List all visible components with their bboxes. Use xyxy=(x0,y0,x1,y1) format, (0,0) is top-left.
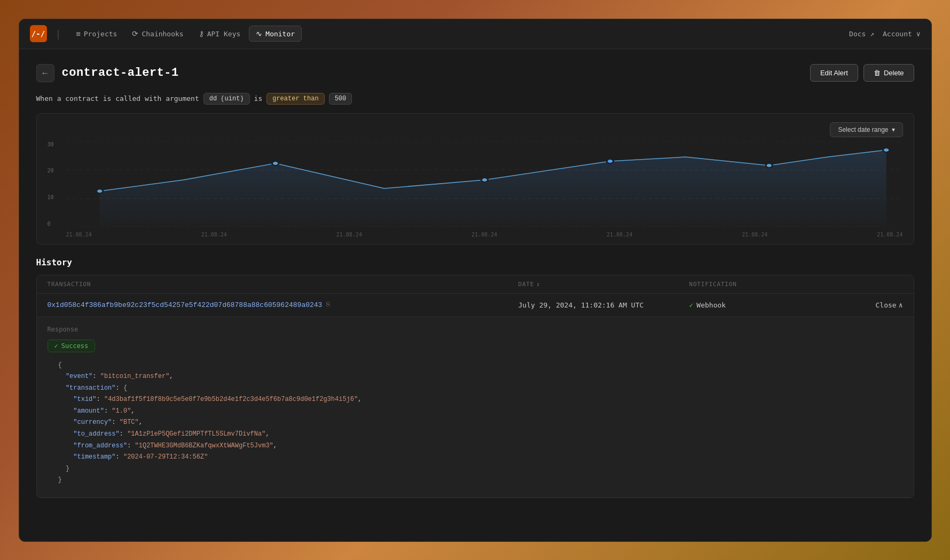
success-label: Success xyxy=(61,342,89,350)
y-label-30: 30 xyxy=(48,141,64,147)
app-window: /-/ | ≡ Projects ⟳ Chainhooks ⚷ API Keys… xyxy=(19,19,932,542)
account-menu[interactable]: Account ∨ xyxy=(883,30,920,38)
svg-point-7 xyxy=(607,159,614,163)
th-actions xyxy=(839,281,903,288)
nav-item-projects-label: Projects xyxy=(84,30,117,38)
nav-items: ≡ Projects ⟳ Chainhooks ⚷ API Keys ∿ Mon… xyxy=(69,26,841,42)
tx-date-cell: July 29, 2024, 11:02:16 AM UTC xyxy=(519,301,689,309)
tx-hash-cell: 0x1d058c4f386afb9be92c23f5cd54257e5f422d… xyxy=(48,301,519,309)
main-content: ← contract-alert-1 Edit Alert 🗑 Delete W… xyxy=(19,49,931,541)
tx-close-cell: Close ∧ xyxy=(839,301,903,309)
th-notification: Notification xyxy=(689,281,839,288)
svg-point-4 xyxy=(96,189,103,193)
date-range-label: Select date range xyxy=(838,126,888,133)
webhook-label: Webhook xyxy=(696,301,726,309)
x-label-5: 21.08.24 xyxy=(742,232,767,238)
chart-y-labels: 0 10 20 30 xyxy=(48,141,64,227)
success-check-icon: ✓ xyxy=(54,342,58,350)
x-label-0: 21.08.24 xyxy=(66,232,92,238)
svg-point-6 xyxy=(481,178,488,182)
response-label: Response xyxy=(48,326,903,333)
nav-divider: | xyxy=(56,28,61,40)
x-label-1: 21.08.24 xyxy=(201,232,227,238)
tx-hash-value: 0x1d058c4f386afb9be92c23f5cd54257e5f422d… xyxy=(48,301,323,309)
trash-icon: 🗑 xyxy=(874,69,881,77)
monitor-icon: ∿ xyxy=(256,29,262,38)
tx-notification-cell: ✓ Webhook xyxy=(689,301,839,309)
chevron-up-icon: ∧ xyxy=(899,301,903,309)
close-label[interactable]: Close xyxy=(876,301,897,309)
page-header: ← contract-alert-1 Edit Alert 🗑 Delete xyxy=(36,64,914,82)
svg-point-9 xyxy=(883,148,890,152)
api-keys-icon: ⚷ xyxy=(199,29,204,38)
table-row: 0x1d058c4f386afb9be92c23f5cd54257e5f422d… xyxy=(37,294,914,498)
svg-point-8 xyxy=(766,163,773,168)
y-label-10: 10 xyxy=(48,194,64,200)
nav-item-chainhooks-label: Chainhooks xyxy=(142,30,183,38)
nav-item-api-keys[interactable]: ⚷ API Keys xyxy=(192,26,247,41)
edit-alert-button[interactable]: Edit Alert xyxy=(810,64,858,82)
copy-icon[interactable]: ⎘ xyxy=(326,301,330,309)
nav-item-monitor[interactable]: ∿ Monitor xyxy=(249,26,302,42)
th-transaction: Transaction xyxy=(48,281,519,288)
chart-area: 0 10 20 30 xyxy=(48,141,903,238)
chainhooks-icon: ⟳ xyxy=(132,29,138,38)
x-label-4: 21.08.24 xyxy=(607,232,632,238)
y-label-0: 0 xyxy=(48,221,64,227)
chart-header: Select date range ▾ xyxy=(48,122,903,137)
x-label-6: 21.08.24 xyxy=(877,232,902,238)
nav-right: Docs ↗ Account ∨ xyxy=(849,30,920,38)
condition-text: When a contract is called with argument xyxy=(36,94,199,102)
condition-value-tag: 500 xyxy=(329,93,352,105)
page-title: contract-alert-1 xyxy=(62,66,179,80)
history-table: Transaction Date ↕ Notification 0 xyxy=(36,275,914,499)
chevron-down-icon: ▾ xyxy=(892,126,895,133)
condition-bar: When a contract is called with argument … xyxy=(36,93,914,105)
back-button[interactable]: ← xyxy=(36,64,54,82)
svg-point-5 xyxy=(272,161,279,165)
condition-op-tag: greater than xyxy=(266,93,324,105)
x-label-3: 21.08.24 xyxy=(472,232,497,238)
nav-item-chainhooks[interactable]: ⟳ Chainhooks xyxy=(125,26,190,41)
delete-label: Delete xyxy=(884,69,904,77)
th-date: Date ↕ xyxy=(519,281,689,288)
nav-item-projects[interactable]: ≡ Projects xyxy=(69,26,123,41)
webhook-check-icon: ✓ xyxy=(689,301,694,309)
nav-item-api-keys-label: API Keys xyxy=(207,30,241,38)
projects-icon: ≡ xyxy=(76,29,80,38)
delete-button[interactable]: 🗑 Delete xyxy=(863,64,914,82)
condition-arg-tag: dd (uint) xyxy=(203,93,250,105)
row-expanded: Response ✓ Success { "event": "bitcoin_t… xyxy=(37,317,914,498)
table-header: Transaction Date ↕ Notification xyxy=(37,275,914,294)
x-label-2: 21.08.24 xyxy=(336,232,362,238)
sort-icon: ↕ xyxy=(536,281,540,288)
docs-link[interactable]: Docs ↗ xyxy=(849,30,874,38)
date-range-button[interactable]: Select date range ▾ xyxy=(830,122,902,137)
success-badge: ✓ Success xyxy=(48,340,96,352)
condition-op-label: is xyxy=(254,94,263,102)
chart-svg-area xyxy=(66,141,903,227)
history-section: History Transaction Date ↕ Notification xyxy=(36,257,914,499)
page-title-area: ← contract-alert-1 xyxy=(36,64,179,82)
chart-x-labels: 21.08.24 21.08.24 21.08.24 21.08.24 21.0… xyxy=(66,232,903,238)
navbar: /-/ | ≡ Projects ⟳ Chainhooks ⚷ API Keys… xyxy=(19,19,931,49)
history-title: History xyxy=(36,257,914,267)
chart-svg xyxy=(66,141,903,227)
y-label-20: 20 xyxy=(48,168,64,173)
header-actions: Edit Alert 🗑 Delete xyxy=(810,64,914,82)
logo[interactable]: /-/ xyxy=(30,25,47,42)
row-main: 0x1d058c4f386afb9be92c23f5cd54257e5f422d… xyxy=(37,294,914,317)
json-response: { "event": "bitcoin_transfer", "transact… xyxy=(48,360,903,487)
nav-item-monitor-label: Monitor xyxy=(265,30,295,38)
chart-container: Select date range ▾ 0 10 20 30 xyxy=(36,113,914,244)
